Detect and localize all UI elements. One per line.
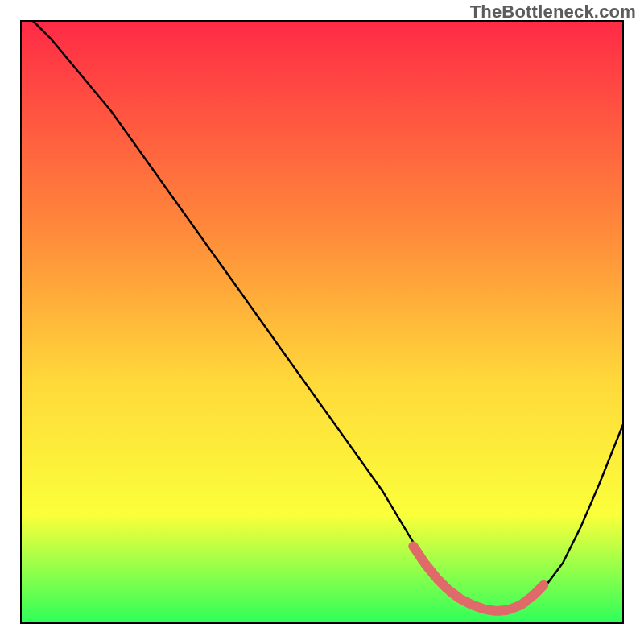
- watermark-label: TheBottleneck.com: [470, 2, 636, 23]
- chart-container: TheBottleneck.com: [0, 0, 644, 644]
- sweet-spot-bead: [522, 597, 531, 605]
- sweet-spot-bead: [450, 591, 460, 598]
- sweet-spot-bead: [534, 585, 543, 595]
- bottleneck-chart: [0, 0, 644, 644]
